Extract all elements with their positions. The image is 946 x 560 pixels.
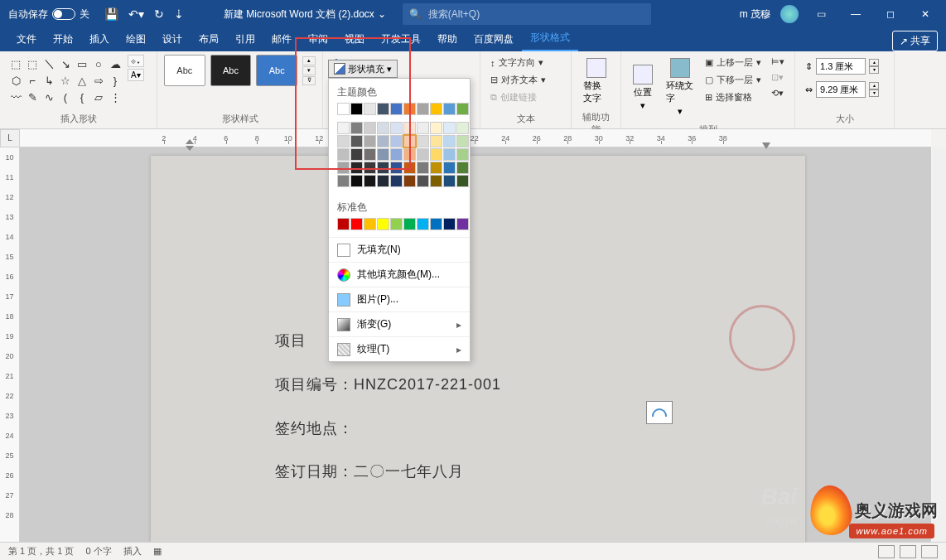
color-swatch[interactable]	[430, 103, 442, 115]
style-preset-2[interactable]: Abc	[210, 55, 252, 86]
shape-more-icon[interactable]: ⋮	[108, 89, 123, 104]
maximize-icon[interactable]: ◻	[878, 2, 903, 27]
shape-curve-icon[interactable]: ∿	[41, 89, 56, 104]
ruler-corner[interactable]: L	[0, 129, 20, 147]
width-up-icon[interactable]: ▴	[869, 82, 879, 89]
color-swatch[interactable]	[337, 218, 350, 230]
color-swatch[interactable]	[337, 148, 350, 161]
color-swatch[interactable]	[364, 122, 376, 134]
ribbon-options-icon[interactable]: ▭	[808, 2, 833, 27]
indent-marker[interactable]	[186, 139, 194, 151]
textbox-button[interactable]: A▾	[128, 69, 144, 81]
shape-callout-icon[interactable]: ▱	[91, 89, 106, 104]
word-count[interactable]: 0 个字	[85, 545, 111, 558]
color-swatch[interactable]	[350, 135, 363, 147]
shape-line-icon[interactable]: ＼	[41, 56, 56, 71]
height-input[interactable]	[816, 58, 866, 75]
color-swatch[interactable]	[377, 148, 389, 161]
color-swatch[interactable]	[377, 162, 389, 174]
redo-icon[interactable]: ↻	[154, 7, 164, 21]
color-swatch[interactable]	[456, 135, 469, 147]
color-swatch[interactable]	[377, 175, 389, 187]
shape-oval-icon[interactable]: ○	[91, 56, 106, 71]
color-swatch[interactable]	[403, 218, 416, 230]
search-input[interactable]: 🔍 搜索(Alt+Q)	[403, 3, 651, 25]
shape-textbox2-icon[interactable]: ⬚	[25, 56, 40, 71]
width-down-icon[interactable]: ▾	[869, 89, 879, 97]
color-swatch[interactable]	[443, 135, 456, 147]
color-swatch[interactable]	[403, 135, 416, 147]
color-swatch[interactable]	[350, 148, 363, 161]
color-swatch[interactable]	[456, 103, 469, 115]
align-text-button[interactable]: ⊟ 对齐文本 ▾	[487, 72, 564, 88]
chevron-down-icon[interactable]: ⌄	[378, 8, 386, 20]
color-swatch[interactable]	[430, 218, 442, 230]
no-fill-item[interactable]: 无填充(N)	[329, 237, 470, 262]
bring-forward-button[interactable]: ▣ 上移一层 ▾	[702, 55, 765, 70]
color-swatch[interactable]	[337, 175, 350, 187]
selection-pane-button[interactable]: ⊞ 选择窗格	[702, 89, 765, 105]
color-swatch[interactable]	[417, 148, 429, 161]
color-swatch[interactable]	[337, 122, 350, 134]
color-swatch[interactable]	[456, 148, 469, 161]
color-swatch[interactable]	[417, 175, 429, 187]
color-swatch[interactable]	[350, 218, 363, 230]
color-swatch[interactable]	[403, 103, 416, 115]
color-swatch[interactable]	[443, 148, 456, 161]
shape-fill-button[interactable]: 形状填充 ▾	[328, 60, 398, 78]
color-swatch[interactable]	[417, 103, 429, 115]
color-swatch[interactable]	[403, 148, 416, 161]
page-status[interactable]: 第 1 页，共 1 页	[8, 545, 74, 558]
color-swatch[interactable]	[430, 175, 442, 187]
color-swatch[interactable]	[403, 122, 416, 134]
shape-arrow2-icon[interactable]: ⇨	[91, 73, 106, 88]
color-swatch[interactable]	[430, 122, 442, 134]
color-swatch[interactable]	[417, 218, 429, 230]
color-swatch[interactable]	[443, 218, 456, 230]
height-down-icon[interactable]: ▾	[869, 66, 879, 74]
tab-dev[interactable]: 开发工具	[373, 27, 429, 51]
color-swatch[interactable]	[403, 175, 416, 187]
gallery-more-icon[interactable]: ⊽	[302, 76, 316, 85]
right-indent-marker[interactable]	[762, 142, 770, 149]
color-swatch[interactable]	[456, 162, 469, 174]
tab-file[interactable]: 文件	[8, 27, 45, 51]
tab-draw[interactable]: 绘图	[118, 27, 154, 51]
shape-elbow-icon[interactable]: ⌐	[25, 73, 40, 88]
color-swatch[interactable]	[390, 218, 403, 230]
color-swatch[interactable]	[430, 135, 442, 147]
color-swatch[interactable]	[364, 162, 376, 174]
color-swatch[interactable]	[390, 122, 403, 134]
tab-home[interactable]: 开始	[45, 27, 81, 51]
web-view-icon[interactable]	[921, 545, 938, 558]
tab-baidu[interactable]: 百度网盘	[466, 27, 522, 51]
color-swatch[interactable]	[377, 122, 389, 134]
tab-shape-format[interactable]: 形状格式	[522, 26, 578, 51]
alt-text-button[interactable]: 替换文字	[578, 55, 614, 108]
color-swatch[interactable]	[377, 218, 389, 230]
color-swatch[interactable]	[443, 162, 456, 174]
color-swatch[interactable]	[337, 103, 350, 115]
color-swatch[interactable]	[364, 135, 376, 147]
tab-design[interactable]: 设计	[154, 27, 191, 51]
color-swatch[interactable]	[377, 135, 389, 147]
color-swatch[interactable]	[390, 175, 403, 187]
vertical-ruler[interactable]: 10111213141516171819202122232425262728	[0, 147, 20, 542]
shape-tri-icon[interactable]: △	[75, 73, 89, 88]
color-swatch[interactable]	[337, 135, 350, 147]
user-name[interactable]: m 茂穆	[740, 7, 770, 22]
gallery-up-icon[interactable]: ▴	[302, 56, 316, 65]
wrap-text-button[interactable]: 环绕文字▾	[661, 55, 698, 120]
tab-layout[interactable]: 布局	[191, 27, 227, 51]
color-swatch[interactable]	[364, 103, 376, 115]
document-title[interactable]: 新建 Microsoft Word 文档 (2).docx ⌄	[224, 7, 386, 22]
shape-connector-icon[interactable]: ↳	[41, 73, 56, 88]
qat-more-icon[interactable]: ⇣	[174, 7, 184, 21]
color-swatch[interactable]	[350, 175, 363, 187]
macro-icon[interactable]: ▦	[153, 546, 162, 557]
shape-brace2-icon[interactable]: {	[75, 89, 89, 104]
shape-arrow-icon[interactable]: ↘	[58, 56, 73, 71]
color-swatch[interactable]	[390, 103, 403, 115]
shape-hex-icon[interactable]: ⬡	[8, 73, 23, 88]
gallery-down-icon[interactable]: ▾	[302, 66, 316, 75]
